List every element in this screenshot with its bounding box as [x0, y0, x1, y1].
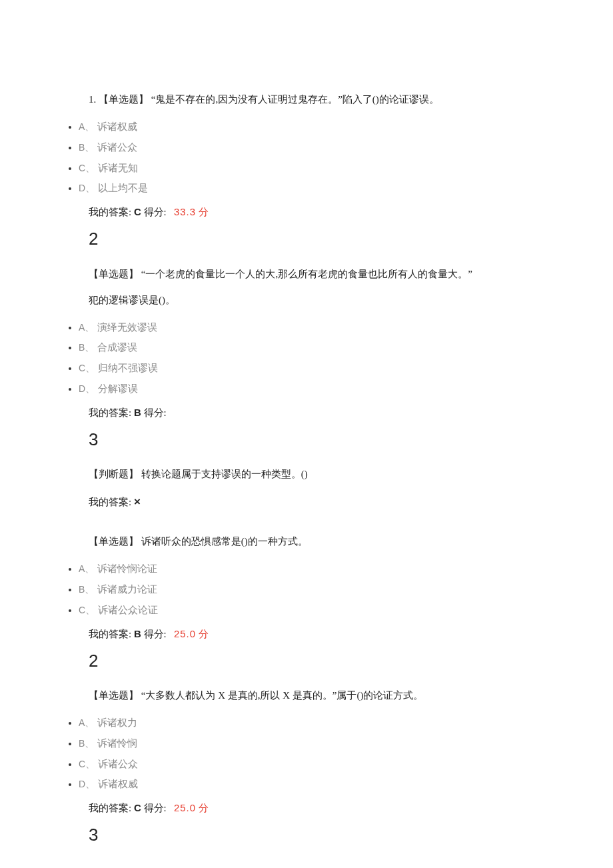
option-text: 诉诸公众: [98, 759, 138, 769]
q1-next-number: 2: [89, 225, 600, 253]
option-sep: 、: [85, 121, 95, 132]
score-label: 得分:: [144, 629, 167, 639]
option-label: A: [79, 717, 85, 728]
answer-label: 我的答案:: [89, 207, 131, 217]
option-text: 诉诸无知: [98, 163, 138, 173]
score-label: 得分:: [144, 207, 167, 217]
q5-option-a: A、 诉诸权力: [79, 713, 600, 733]
answer-label: 我的答案:: [89, 407, 131, 418]
option-label: B: [79, 342, 85, 353]
q5-type-tag: 【单选题】: [89, 690, 139, 701]
option-sep: 、: [85, 342, 95, 353]
q1-prompt: 1. 【单选题】 “鬼是不存在的,因为没有人证明过鬼存在。”陷入了()的论证谬误…: [89, 87, 560, 113]
option-text: 诉诸公众论证: [98, 605, 158, 615]
q2-options: A、 演绎无效谬误 B、 合成谬误 C、 归纳不强谬误 D、 分解谬误: [13, 317, 600, 399]
q5-answer-line: 我的答案: C 得分: 25.0 分: [89, 799, 600, 817]
q3-text: 转换论题属于支持谬误的一种类型。(): [141, 469, 308, 479]
q2-type-tag: 【单选题】: [89, 269, 139, 279]
answer-label: 我的答案:: [89, 629, 131, 639]
option-label: C: [79, 605, 85, 615]
option-sep: 、: [85, 163, 95, 173]
q3-prompt: 【判断题】 转换论题属于支持谬误的一种类型。(): [89, 461, 560, 487]
option-text: 诉诸怜悯论证: [97, 563, 157, 574]
q5-prompt: 【单选题】 “大多数人都认为 X 是真的,所以 X 是真的。”属于()的论证方式…: [89, 683, 560, 709]
q4-prompt: 【单选题】 诉诸听众的恐惧感常是()的一种方式。: [89, 529, 560, 555]
option-sep: 、: [85, 363, 95, 373]
q5-next-number: 3: [89, 821, 600, 849]
answer-mark-wrong-icon: ×: [134, 495, 141, 508]
q5-option-c: C、 诉诸公众: [79, 754, 600, 775]
option-label: D: [79, 383, 85, 394]
q1-type-tag: 【单选题】: [99, 94, 149, 105]
option-label: A: [79, 563, 85, 574]
option-sep: 、: [85, 605, 95, 615]
score-label: 得分:: [144, 407, 167, 418]
q4-type-tag: 【单选题】: [89, 536, 139, 547]
document-page: 1. 【单选题】 “鬼是不存在的,因为没有人证明过鬼存在。”陷入了()的论证谬误…: [0, 0, 613, 868]
q4-answer-line: 我的答案: B 得分: 25.0 分: [89, 625, 600, 643]
q5-text: “大多数人都认为 X 是真的,所以 X 是真的。”属于()的论证方式。: [141, 690, 424, 701]
option-sep: 、: [85, 738, 95, 749]
option-label: C: [79, 363, 85, 373]
option-label: C: [79, 759, 85, 769]
option-label: B: [79, 584, 85, 595]
option-text: 演绎无效谬误: [97, 322, 157, 333]
q2-option-c: C、 归纳不强谬误: [79, 358, 600, 379]
q2-prompt-cont: 犯的逻辑谬误是()。: [89, 287, 560, 313]
q1-answer-line: 我的答案: C 得分: 33.3 分: [89, 203, 600, 221]
q2-answer-line: 我的答案: B 得分:: [89, 403, 600, 422]
answer-letter: B: [134, 628, 141, 639]
q1-number: 1.: [89, 94, 96, 105]
option-text: 归纳不强谬误: [98, 363, 158, 373]
score-unit: 分: [199, 206, 209, 217]
q5-option-b: B、 诉诸怜悯: [79, 733, 600, 754]
option-label: A: [79, 322, 85, 333]
option-text: 诉诸怜悯: [97, 738, 137, 749]
answer-letter: B: [134, 407, 141, 418]
q5-options: A、 诉诸权力 B、 诉诸怜悯 C、 诉诸公众 D、 诉诸权威: [13, 713, 600, 795]
q1-option-c: C、 诉诸无知: [79, 158, 600, 179]
option-sep: 、: [85, 717, 95, 728]
option-text: 诉诸权威: [97, 121, 137, 132]
q3-type-tag: 【判断题】: [89, 469, 139, 479]
q2-option-d: D、 分解谬误: [79, 379, 600, 399]
score-value: 25.0: [174, 802, 196, 813]
score-unit: 分: [199, 628, 209, 639]
option-text: 诉诸权威: [98, 779, 138, 789]
option-label: B: [79, 142, 85, 153]
option-sep: 、: [85, 183, 95, 193]
q4-text: 诉诸听众的恐惧感常是()的一种方式。: [141, 536, 308, 547]
answer-letter: C: [134, 206, 141, 217]
option-label: D: [79, 183, 85, 193]
answer-letter: C: [134, 802, 141, 813]
option-sep: 、: [85, 383, 95, 394]
q1-option-d: D、 以上均不是: [79, 178, 600, 199]
q5-option-d: D、 诉诸权威: [79, 774, 600, 795]
option-sep: 、: [85, 142, 95, 153]
option-label: B: [79, 738, 85, 749]
option-sep: 、: [85, 584, 95, 595]
q4-options: A、 诉诸怜悯论证 B、 诉诸威力论证 C、 诉诸公众论证: [13, 559, 600, 620]
answer-label: 我的答案:: [89, 803, 131, 813]
option-sep: 、: [85, 759, 95, 769]
score-unit: 分: [199, 802, 209, 813]
option-text: 分解谬误: [98, 383, 138, 394]
option-label: D: [79, 779, 85, 789]
score-value: 25.0: [174, 628, 196, 639]
q2-option-b: B、 合成谬误: [79, 337, 600, 358]
q2-next-number: 3: [89, 426, 600, 454]
q3-answer-line: 我的答案: ×: [89, 487, 560, 517]
q1-option-a: A、 诉诸权威: [79, 117, 600, 137]
option-text: 以上均不是: [98, 183, 148, 193]
option-text: 诉诸威力论证: [97, 584, 157, 595]
option-text: 合成谬误: [97, 342, 137, 353]
q4-option-c: C、 诉诸公众论证: [79, 600, 600, 621]
score-label: 得分:: [144, 803, 167, 813]
option-label: A: [79, 121, 85, 132]
q1-options: A、 诉诸权威 B、 诉诸公众 C、 诉诸无知 D、 以上均不是: [13, 117, 600, 199]
option-sep: 、: [85, 563, 95, 574]
option-sep: 、: [85, 779, 95, 789]
option-sep: 、: [85, 322, 95, 333]
option-text: 诉诸权力: [97, 717, 137, 728]
answer-label: 我的答案:: [89, 497, 131, 507]
